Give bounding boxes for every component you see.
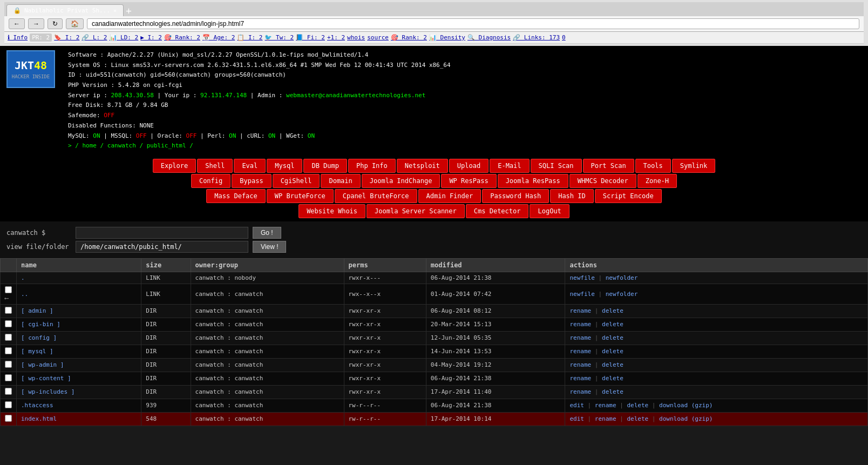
action-link-edit[interactable]: edit xyxy=(569,402,584,409)
action-link-delete[interactable]: delete xyxy=(602,348,623,355)
nav-cgishell[interactable]: CgiShell xyxy=(273,174,320,188)
file-name[interactable]: .htaccess xyxy=(21,402,53,409)
go-button[interactable]: Go ! xyxy=(253,227,281,239)
toolbar-density[interactable]: 📊 Density xyxy=(429,34,465,41)
browser-tab[interactable]: 🔒 Nabilaholic Privat Sh... ✕ xyxy=(6,4,124,16)
action-link-delete[interactable]: delete xyxy=(602,388,623,395)
action-link-delete[interactable]: delete xyxy=(602,375,623,382)
nav-bypass[interactable]: Bypass xyxy=(232,174,271,188)
action-link-rename[interactable]: rename xyxy=(569,348,591,355)
action-link-rename[interactable]: rename xyxy=(595,415,616,422)
file-name[interactable]: index.html xyxy=(21,415,57,422)
toolbar-diagnosis[interactable]: 🔍 Diagnosis xyxy=(467,34,511,41)
nav-joomlascanner[interactable]: Joomla Server Scanner xyxy=(367,204,465,218)
file-name[interactable]: [ cgi-bin ] xyxy=(21,321,60,328)
file-name[interactable]: .. xyxy=(21,291,28,298)
toolbar-zero[interactable]: 0 xyxy=(562,34,566,41)
toolbar-age[interactable]: 📅 Age: 2 xyxy=(202,34,235,41)
action-link-rename[interactable]: rename xyxy=(569,334,591,341)
nav-domain[interactable]: Domain xyxy=(321,174,360,188)
file-name[interactable]: [ wp-content ] xyxy=(21,375,71,382)
nav-whmcsdecoder[interactable]: WHMCS Decoder xyxy=(569,174,636,188)
action-link-download-(gzip)[interactable]: download (gzip) xyxy=(659,402,713,409)
file-name[interactable]: . xyxy=(21,274,25,281)
nav-hashid[interactable]: Hash ID xyxy=(550,189,594,203)
toolbar-whois[interactable]: whois xyxy=(347,34,365,41)
file-name[interactable]: [ wp-admin ] xyxy=(21,361,64,368)
toolbar-tw[interactable]: 🐦 Tw: 2 xyxy=(265,34,294,41)
action-link-download-(gzip)[interactable]: download (gzip) xyxy=(659,415,713,422)
action-link-newfile[interactable]: newfile xyxy=(569,274,594,281)
file-name[interactable]: [ admin ] xyxy=(21,307,53,314)
nav-passwordhash[interactable]: Password Hash xyxy=(482,189,549,203)
action-link-rename[interactable]: rename xyxy=(569,375,591,382)
row-checkbox[interactable] xyxy=(5,401,12,408)
cmd-input[interactable] xyxy=(76,227,248,239)
action-link-delete[interactable]: delete xyxy=(602,307,623,314)
file-name[interactable]: [ wp-includes ] xyxy=(21,388,74,395)
row-checkbox[interactable] xyxy=(5,415,12,422)
nav-logout[interactable]: LogOut xyxy=(530,204,569,218)
action-link-newfolder[interactable]: newfolder xyxy=(606,274,638,281)
toolbar-i3[interactable]: 📋 I: 2 xyxy=(237,34,262,41)
new-tab-button[interactable]: + xyxy=(126,5,132,16)
toolbar-i1[interactable]: 🔖 I: 2 xyxy=(54,34,79,41)
nav-tools[interactable]: Tools xyxy=(635,159,671,173)
action-link-rename[interactable]: rename xyxy=(569,361,591,368)
nav-config[interactable]: Config xyxy=(191,174,230,188)
action-link-delete[interactable]: delete xyxy=(602,321,623,328)
address-bar[interactable] xyxy=(87,18,859,29)
action-link-rename[interactable]: rename xyxy=(595,402,616,409)
nav-joomlaindchange[interactable]: Joomla IndChange xyxy=(362,174,440,188)
nav-massdeface[interactable]: Mass Deface xyxy=(206,189,265,203)
toolbar-rank1[interactable]: 🎯 Rank: 2 xyxy=(164,34,200,41)
toolbar-plus1[interactable]: +1: 2 xyxy=(327,34,345,41)
file-name[interactable]: [ mysql ] xyxy=(21,348,53,355)
action-link-rename[interactable]: rename xyxy=(569,388,591,395)
nav-symlink[interactable]: Symlink xyxy=(672,159,716,173)
file-name[interactable]: [ config ] xyxy=(21,334,57,341)
action-link-delete[interactable]: delete xyxy=(627,415,648,422)
row-checkbox[interactable] xyxy=(5,361,12,368)
view-button[interactable]: View ! xyxy=(253,241,286,253)
toolbar-rank2[interactable]: 🎯 Rank: 2 xyxy=(391,34,427,41)
home-button[interactable]: 🏠 xyxy=(66,18,84,29)
path-input[interactable] xyxy=(76,241,248,253)
nav-wpbruteforce[interactable]: WP BruteForce xyxy=(267,189,334,203)
nav-dbdump[interactable]: DB Dump xyxy=(303,159,347,173)
row-checkbox[interactable] xyxy=(5,334,12,341)
nav-shell[interactable]: Shell xyxy=(197,159,233,173)
toolbar-source[interactable]: source xyxy=(367,34,389,41)
action-link-edit[interactable]: edit xyxy=(569,415,584,422)
row-checkbox[interactable] xyxy=(5,307,12,314)
action-link-newfile[interactable]: newfile xyxy=(569,291,594,298)
toolbar-links[interactable]: 🔗 Links: 173 xyxy=(513,34,560,41)
row-checkbox[interactable] xyxy=(5,320,12,327)
nav-email[interactable]: E-Mail xyxy=(490,159,529,173)
action-link-newfolder[interactable]: newfolder xyxy=(606,291,638,298)
nav-scriptencode[interactable]: Script Encode xyxy=(595,189,662,203)
nav-portscan[interactable]: Port Scan xyxy=(583,159,634,173)
nav-sqliscan[interactable]: SQLI Scan xyxy=(531,159,582,173)
row-checkbox[interactable] xyxy=(5,388,12,395)
row-checkbox[interactable] xyxy=(5,347,12,354)
row-checkbox[interactable] xyxy=(5,286,12,293)
nav-cmsdetector[interactable]: Cms Detector xyxy=(466,204,529,218)
nav-eval[interactable]: Eval xyxy=(234,159,266,173)
nav-joomlarespass[interactable]: Joomla ResPass xyxy=(498,174,568,188)
back-button[interactable]: ← xyxy=(9,18,25,29)
nav-mysql[interactable]: Mysql xyxy=(267,159,302,173)
nav-adminfinder[interactable]: Admin Finder xyxy=(418,189,482,203)
nav-upload[interactable]: Upload xyxy=(449,159,489,173)
nav-cpanelbruteforce[interactable]: Cpanel BruteForce xyxy=(335,189,417,203)
nav-wprespass[interactable]: WP ResPass xyxy=(441,174,496,188)
tab-close-button[interactable]: ✕ xyxy=(113,8,117,14)
action-link-rename[interactable]: rename xyxy=(569,321,591,328)
toolbar-i2[interactable]: ▶ I: 2 xyxy=(140,34,162,41)
toolbar-ld[interactable]: 📊 LD: 2 xyxy=(110,34,139,41)
action-link-delete[interactable]: delete xyxy=(602,334,623,341)
toolbar-info[interactable]: ℹ Info xyxy=(8,34,28,41)
nav-netsploit[interactable]: Netsploit xyxy=(397,159,448,173)
nav-explore[interactable]: Explore xyxy=(153,159,196,173)
toolbar-fi[interactable]: 📘 Fi: 2 xyxy=(296,34,325,41)
